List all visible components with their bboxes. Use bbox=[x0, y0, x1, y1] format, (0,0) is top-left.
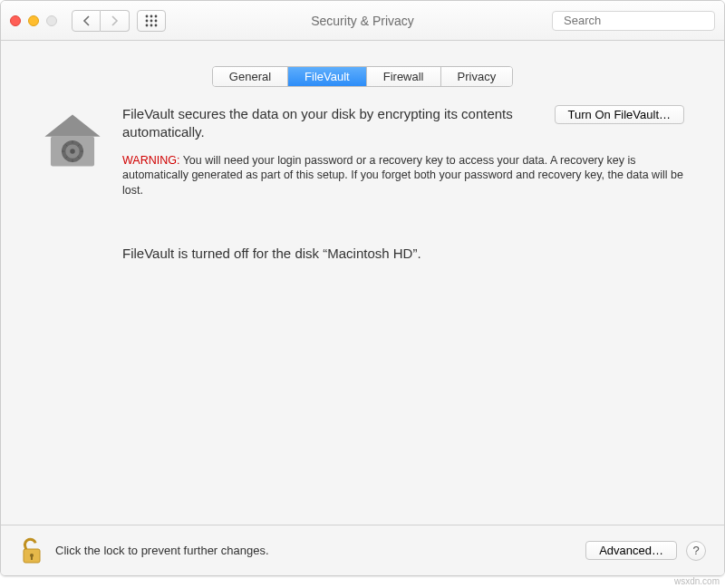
filevault-status: FileVault is turned off for the disk “Ma… bbox=[122, 246, 684, 261]
grid-icon bbox=[145, 14, 158, 27]
zoom-button[interactable] bbox=[46, 15, 57, 26]
back-button[interactable] bbox=[72, 10, 101, 32]
close-button[interactable] bbox=[10, 15, 21, 26]
svg-point-3 bbox=[146, 19, 149, 22]
filevault-description: FileVault secures the data on your disk … bbox=[122, 105, 536, 142]
show-all-button[interactable] bbox=[137, 10, 166, 32]
svg-point-23 bbox=[70, 149, 74, 153]
filevault-icon bbox=[41, 109, 104, 172]
chevron-right-icon bbox=[111, 15, 119, 26]
nav-buttons bbox=[72, 10, 130, 32]
tab-bar: General FileVault Firewall Privacy bbox=[212, 66, 513, 87]
svg-point-7 bbox=[150, 24, 153, 26]
advanced-button[interactable]: Advanced… bbox=[585, 541, 677, 560]
watermark: wsxdn.com bbox=[674, 576, 720, 586]
help-button[interactable]: ? bbox=[686, 541, 706, 561]
system-preferences-window: Security & Privacy General FileVault Fir… bbox=[0, 0, 725, 576]
filevault-info: FileVault secures the data on your disk … bbox=[122, 105, 684, 261]
forward-button[interactable] bbox=[101, 10, 130, 32]
svg-marker-11 bbox=[44, 115, 100, 137]
tab-firewall[interactable]: Firewall bbox=[367, 67, 441, 86]
minimize-button[interactable] bbox=[28, 15, 39, 26]
bottom-bar: Click the lock to prevent further change… bbox=[1, 525, 724, 575]
svg-point-5 bbox=[155, 19, 158, 22]
warning-label: WARNING: bbox=[122, 154, 179, 167]
content-area: General FileVault Firewall Privacy bbox=[1, 41, 724, 575]
lock-open-icon[interactable] bbox=[19, 536, 44, 565]
warning-text: You will need your login password or a r… bbox=[122, 154, 683, 198]
tab-general[interactable]: General bbox=[213, 67, 288, 86]
svg-rect-26 bbox=[31, 556, 33, 560]
help-icon: ? bbox=[692, 544, 699, 557]
window-controls bbox=[10, 15, 57, 26]
svg-point-4 bbox=[150, 19, 153, 22]
svg-point-0 bbox=[146, 14, 149, 17]
tab-filevault[interactable]: FileVault bbox=[288, 67, 367, 86]
titlebar: Security & Privacy bbox=[1, 1, 724, 41]
svg-point-6 bbox=[146, 24, 149, 26]
turn-on-filevault-button[interactable]: Turn On FileVault… bbox=[555, 105, 684, 124]
search-field[interactable] bbox=[552, 11, 715, 31]
filevault-panel: FileVault secures the data on your disk … bbox=[1, 105, 724, 261]
lock-hint-text: Click the lock to prevent further change… bbox=[55, 544, 269, 557]
tab-privacy[interactable]: Privacy bbox=[441, 67, 513, 86]
filevault-warning: WARNING: You will need your login passwo… bbox=[122, 153, 684, 199]
search-input[interactable] bbox=[564, 14, 716, 27]
tabs-container: General FileVault Firewall Privacy bbox=[1, 66, 724, 87]
svg-point-1 bbox=[150, 14, 153, 17]
svg-point-2 bbox=[155, 14, 158, 17]
svg-point-8 bbox=[155, 24, 158, 26]
chevron-left-icon bbox=[82, 15, 91, 26]
